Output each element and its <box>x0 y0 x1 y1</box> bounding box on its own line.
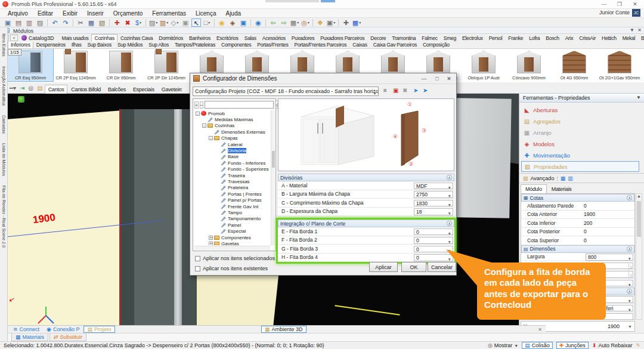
tree-node[interactable]: Especial <box>194 228 270 234</box>
catalog-tab[interactable]: Puxadores Parceiros <box>317 34 367 42</box>
tool-item[interactable]: ◣ Aberturas <box>521 104 639 115</box>
table-view-icon[interactable]: ▥ <box>568 175 573 181</box>
toolbar-icon[interactable]: ▨▾ <box>148 18 158 27</box>
line-tool-icon[interactable]: ━▾ <box>10 85 16 91</box>
catalog-tab[interactable]: Tramontina <box>389 34 419 42</box>
property-row[interactable]: Afastamento Parede 0 <box>521 202 634 211</box>
tree-node[interactable]: + Gavetas <box>194 240 270 245</box>
dock-tab[interactable]: Inserção Automática <box>1 66 7 106</box>
menu-item[interactable]: Exibir <box>58 10 82 17</box>
value-select[interactable]: 18▼ <box>414 208 453 215</box>
module-group-tab[interactable]: Especiais <box>129 85 158 94</box>
tree-node[interactable]: - Promob <box>194 110 270 116</box>
catalog-tab[interactable]: Persol <box>486 34 506 42</box>
toolbar-icon[interactable]: ▾ <box>338 19 339 26</box>
category-tab[interactable]: Caixa Gav Parceiros <box>370 42 420 48</box>
toolbar-icon[interactable]: ✚▾ <box>341 18 351 27</box>
value-select[interactable]: 2750▼ <box>414 191 453 198</box>
catalog-tab[interactable]: Banheiros <box>186 34 213 42</box>
dialog-minimize-button[interactable]: — <box>418 75 430 83</box>
toolbar-icon[interactable]: ↖▾ <box>191 18 201 27</box>
catalog-back-button[interactable]: < <box>10 35 18 41</box>
tree-node[interactable]: Divisória <box>194 147 270 153</box>
toolbar-icon[interactable]: ⇦▾ <box>268 18 278 27</box>
module-thumbnail[interactable]: CR Dir 950mm <box>98 49 144 81</box>
close-button[interactable]: ✕ <box>628 1 642 8</box>
catalog-tab[interactable]: Smeg <box>441 34 459 42</box>
dialog-maximize-button[interactable]: □ <box>431 75 443 83</box>
tool-item[interactable]: ▦ Arranjo <box>521 127 639 138</box>
toolbar-icon[interactable]: $▾ <box>134 18 143 27</box>
config-key-icon[interactable]: ➤ <box>413 87 418 94</box>
category-tab[interactable]: Inferiores <box>8 42 33 48</box>
menu-item[interactable]: Ferramentas <box>147 10 191 17</box>
tree-node[interactable]: Painel <box>194 222 270 228</box>
doc-tab[interactable]: ⇄ Substituir <box>49 333 86 341</box>
category-tab[interactable]: Ilhas <box>69 42 85 48</box>
category-tab[interactable]: Portas/Frentes Parceiros <box>291 42 349 48</box>
tree-node[interactable]: Travessas <box>194 178 270 184</box>
category-tab[interactable]: Sup Altos <box>145 42 172 48</box>
toolbar-icon[interactable]: ▦▾ <box>86 18 96 27</box>
toolbar-icon[interactable]: □▾ <box>202 18 212 27</box>
collapse-all-icon[interactable]: − <box>200 101 204 109</box>
catalog-tab[interactable]: Cozinhas <box>91 34 117 42</box>
category-tab[interactable]: Sup Baixos <box>84 42 114 48</box>
wand-icon[interactable]: ✎ <box>636 342 640 348</box>
catalog3d-label[interactable]: Catalog3D <box>29 35 54 41</box>
find-module-icon[interactable]: ◎ <box>28 85 33 91</box>
toolbar-icon[interactable]: ✂▾ <box>76 18 85 27</box>
category-tab[interactable]: Portas/Frentes <box>254 42 291 48</box>
tree-node[interactable]: Lateral <box>194 141 270 147</box>
mostrar-control[interactable]: ◎ Mostrar ▼ <box>488 342 518 348</box>
catalog-tab[interactable]: Franke <box>505 34 526 42</box>
module-thumbnail[interactable]: Côncavo 900mm <box>506 49 552 81</box>
tool-item[interactable]: ✚ Movimentação <box>521 150 639 160</box>
tree-node[interactable]: Base <box>194 154 270 160</box>
catalog-tab[interactable]: Arix <box>562 34 577 42</box>
ambiente-3d-tab[interactable]: ▦ Ambiente 3D <box>261 326 306 333</box>
config-delete-icon[interactable]: ✖ <box>402 87 407 94</box>
view-tab[interactable]: ◉ Conexão P <box>44 326 82 333</box>
tree-node[interactable]: + Componentes <box>194 234 270 240</box>
catalog-tab[interactable]: CrissAir <box>576 34 599 42</box>
view-tab[interactable]: ≋ Connect <box>10 326 42 333</box>
advanced-label[interactable]: Avançado <box>531 175 555 181</box>
toolbar-icon[interactable]: ✚▾ <box>112 18 122 27</box>
apply-existing-checkbox[interactable]: Aplicar nos itens existentes <box>195 265 268 271</box>
toolbar-icon[interactable]: ▥▾ <box>24 18 34 27</box>
dock-tab[interactable]: Fila de Render - Real Scene 2.0 <box>1 186 7 248</box>
menu-item[interactable]: Editar <box>33 10 58 17</box>
catalog-tab[interactable]: Cozinhas Cava <box>117 34 156 42</box>
toolbar-icon[interactable]: ⇨▾ <box>279 18 289 27</box>
module-thumbnail[interactable]: Oblíquo 1P Aust <box>461 49 506 81</box>
tree-node[interactable]: Frente Gav Int <box>194 203 270 209</box>
colisao-toggle[interactable]: ▤ Colisão <box>522 342 553 349</box>
value-select[interactable]: 1830▼ <box>414 200 453 207</box>
tool-item[interactable]: ▧ Propriedades <box>521 161 639 172</box>
catalog-tab[interactable]: Decore <box>367 34 389 42</box>
maximize-button[interactable]: ❐ <box>613 1 626 8</box>
collapse-icon[interactable]: ∧ <box>447 175 452 180</box>
menu-item[interactable]: Arquivo <box>3 10 33 17</box>
toolbar-icon[interactable]: ▣▾ <box>3 18 13 27</box>
render-quality-icon[interactable] <box>18 96 24 103</box>
module-group-tab[interactable]: Cantos Bifold <box>67 85 104 94</box>
collapse-icon[interactable]: ∧ <box>447 221 452 226</box>
toolbar-icon[interactable]: ✖▾ <box>123 18 132 27</box>
property-row[interactable]: Cota Posterior 0 <box>521 228 634 237</box>
toolbar-icon[interactable]: ▾ <box>250 19 251 26</box>
module-group-tab[interactable]: Gaveteiros <box>158 85 182 94</box>
property-grid-scrollbar[interactable]: ▲ <box>636 193 642 320</box>
catalog-tab[interactable]: Escritórios <box>213 34 242 42</box>
tree-node[interactable]: - Cozinhas <box>194 123 270 129</box>
property-tab[interactable]: Módulo <box>521 184 547 193</box>
property-row[interactable]: Cota Anterior 1900 <box>521 211 634 220</box>
module-thumbnail[interactable]: Ot 4G 950mm <box>552 49 597 81</box>
tree-node[interactable]: - Chapas <box>194 135 270 141</box>
toolbar-icon[interactable]: ◇▾ <box>170 18 179 27</box>
toolbar-icon[interactable]: ▾ <box>73 19 73 26</box>
tool-item[interactable]: ▤ Agregados <box>521 116 639 126</box>
dock-tab[interactable]: Camadas <box>1 115 7 134</box>
pin-icon[interactable]: ▼ <box>636 95 641 100</box>
